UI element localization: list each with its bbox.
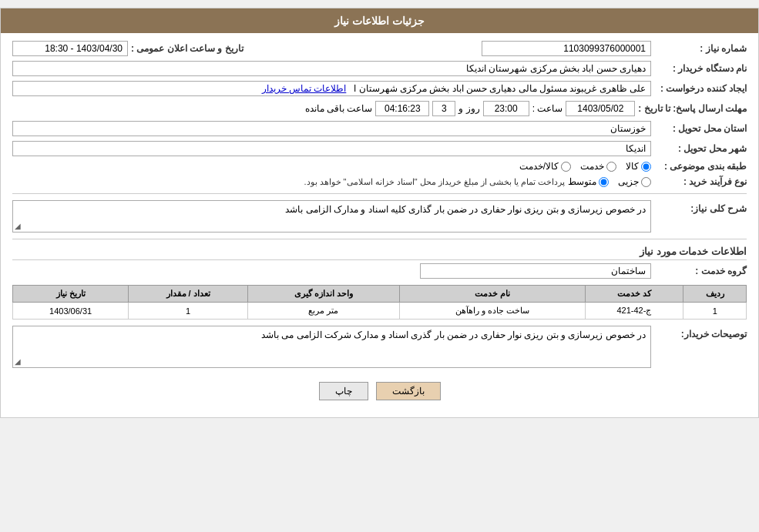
sharh-label: شرح کلی نیاز: bbox=[654, 200, 747, 214]
bottom-buttons: بازگشت چاپ bbox=[12, 373, 747, 410]
col-tedad: تعداد / مقدار bbox=[129, 286, 248, 303]
tosih-label: توصیحات خریدار: bbox=[654, 326, 747, 340]
tabaghe-radio-group: کالا خدمت کالا/خدمت bbox=[519, 161, 651, 172]
ijad-label: ایجاد کننده درخواست : bbox=[654, 83, 747, 94]
table-row: 1 ج-42-421 ساخت جاده و راهآهن متر مربع 1… bbox=[13, 303, 747, 320]
cell-vahed: متر مربع bbox=[248, 303, 400, 320]
sharh-value: در خصوص زیرسازی و بتن ریزی نوار حفاری در… bbox=[12, 200, 651, 233]
noe-jazee-radio[interactable] bbox=[641, 177, 651, 187]
noe-motavasset-radio[interactable] bbox=[599, 177, 609, 187]
tabaghe-kala-khadamat-item[interactable]: کالا/خدمت bbox=[519, 161, 571, 172]
ostan-label: استان محل تحویل : bbox=[654, 123, 747, 134]
noe-farayand-radio-group: جزیی متوسط bbox=[568, 176, 651, 187]
tarikh-label: تاریخ و ساعت اعلان عمومی : bbox=[131, 43, 243, 54]
noe-farayand-label: نوع فرآیند خرید : bbox=[654, 176, 747, 187]
mohlat-saat-label: ساعت : bbox=[532, 103, 563, 114]
nam-dastgah-label: نام دستگاه خریدار : bbox=[654, 63, 747, 74]
resize-handle-2: ◢ bbox=[15, 357, 21, 366]
shomare-niaz-value: 1103099376000001 bbox=[482, 41, 651, 56]
back-button[interactable]: بازگشت bbox=[376, 382, 441, 400]
print-button[interactable]: چاپ bbox=[319, 382, 368, 400]
noe-motavasset-label: متوسط bbox=[568, 176, 596, 187]
mohlat-saat: 23:00 bbox=[483, 101, 529, 116]
ijad-link[interactable]: اطلاعات تماس خریدار bbox=[262, 83, 347, 94]
col-vahed: واحد اندازه گیری bbox=[248, 286, 400, 303]
mohlat-label: مهلت ارسال پاسخ: تا تاریخ : bbox=[638, 103, 747, 114]
geroh-label: گروه خدمت : bbox=[654, 266, 747, 276]
cell-tedad: 1 bbox=[129, 303, 248, 320]
noe-farayand-note: پرداخت تمام یا بخشی از مبلغ خریداز محل "… bbox=[304, 177, 565, 187]
col-nam: نام خدمت bbox=[399, 286, 585, 303]
ostan-value: خوزستان bbox=[12, 121, 651, 136]
cell-radif: 1 bbox=[683, 303, 747, 320]
shomare-niaz-label: شماره نیاز : bbox=[654, 43, 747, 54]
mohlat-roz: 3 bbox=[432, 101, 455, 116]
mohlat-date: 1403/05/02 bbox=[566, 101, 635, 116]
col-kod: کد خدمت bbox=[585, 286, 683, 303]
mohlat-remaining-label: ساعت باقی مانده bbox=[305, 103, 373, 114]
tabaghe-label: طبقه بندی موضوعی : bbox=[654, 161, 747, 172]
shahr-value: اندیکا bbox=[12, 141, 651, 156]
khadamat-section-title: اطلاعات خدمات مورد نیاز bbox=[12, 246, 747, 260]
cell-kod: ج-42-421 bbox=[585, 303, 683, 320]
mohlat-remaining: 04:16:23 bbox=[375, 101, 429, 116]
col-tarikh: تاریخ نیاز bbox=[13, 286, 129, 303]
tabaghe-khadamat-radio[interactable] bbox=[606, 162, 616, 172]
tarikh-value: 1403/04/30 - 18:30 bbox=[12, 41, 128, 56]
nam-dastgah-value: دهیاری حسن اباد بخش مرکزی شهرستان اندیکا bbox=[12, 61, 651, 76]
col-radif: ردیف bbox=[683, 286, 747, 303]
mohlat-roz-label: روز و bbox=[458, 103, 479, 114]
noe-jazee-item[interactable]: جزیی bbox=[618, 176, 651, 187]
geroh-value: ساختمان bbox=[420, 263, 651, 279]
tosih-value: در خصوص زیرسازی و بتن ریزی نوار حفاری در… bbox=[12, 326, 651, 368]
tabaghe-khadamat-label: خدمت bbox=[580, 161, 604, 172]
shahr-label: شهر محل تحویل : bbox=[654, 143, 747, 154]
page-header: جزئیات اطلاعات نیاز bbox=[1, 8, 758, 33]
noe-jazee-label: جزیی bbox=[618, 176, 639, 187]
services-table: ردیف کد خدمت نام خدمت واحد اندازه گیری ت… bbox=[12, 285, 747, 320]
cell-tarikh: 1403/06/31 bbox=[13, 303, 129, 320]
ijad-value: علی ظاهری غریبوند مسئول مالی دهیاری حسن … bbox=[12, 81, 651, 96]
page-title: جزئیات اطلاعات نیاز bbox=[334, 15, 425, 27]
services-table-section: ردیف کد خدمت نام خدمت واحد اندازه گیری ت… bbox=[12, 285, 747, 320]
resize-handle: ◢ bbox=[15, 222, 21, 230]
tabaghe-khadamat-item[interactable]: خدمت bbox=[580, 161, 616, 172]
tabaghe-kala-item[interactable]: کالا bbox=[626, 161, 651, 172]
tabaghe-kala-khadamat-label: کالا/خدمت bbox=[519, 161, 559, 172]
cell-nam: ساخت جاده و راهآهن bbox=[399, 303, 585, 320]
tabaghe-kala-radio[interactable] bbox=[641, 162, 651, 172]
noe-motavasset-item[interactable]: متوسط bbox=[568, 176, 609, 187]
tabaghe-kala-khadamat-radio[interactable] bbox=[561, 162, 571, 172]
tabaghe-kala-label: کالا bbox=[626, 161, 639, 172]
